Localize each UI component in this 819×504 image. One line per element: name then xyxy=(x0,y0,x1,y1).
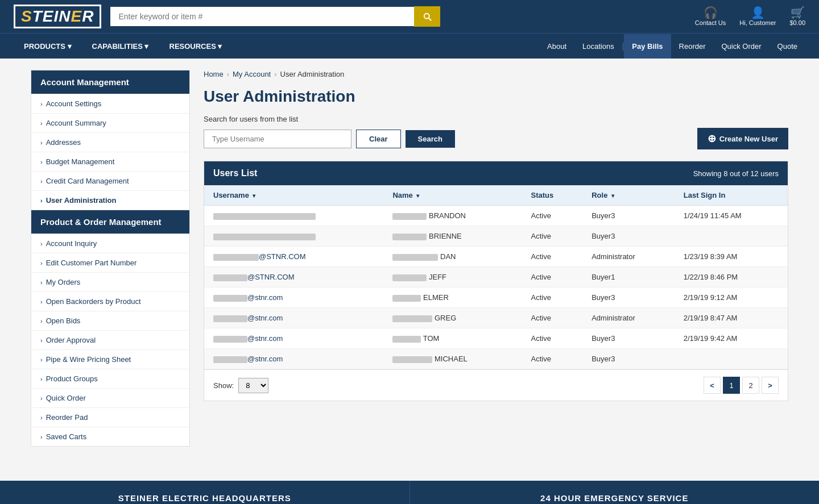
name-cell: ████ BRANDON xyxy=(383,206,522,226)
nav-capabilities[interactable]: CAPABILITIES ▾ xyxy=(82,34,159,59)
sidebar-item-product-groups[interactable]: › Product Groups xyxy=(31,369,189,388)
search-button[interactable]: Search xyxy=(406,130,455,148)
name-cell: ████ GREG xyxy=(383,308,522,328)
logo[interactable]: SteineR xyxy=(14,5,101,28)
username-cell[interactable]: ████████████@STNR.COM xyxy=(204,247,383,267)
role-cell: Buyer3 xyxy=(582,349,675,369)
footer-left-text: STEINER ELECTRIC HEADQUARTERS xyxy=(118,493,291,503)
pagination-page-1[interactable]: 1 xyxy=(723,377,740,394)
search-submit-button[interactable] xyxy=(414,6,440,27)
create-new-user-button[interactable]: ⊕ Create New User xyxy=(697,128,788,149)
breadcrumb-home[interactable]: Home xyxy=(204,70,224,78)
main-content: Home › My Account › User Administration … xyxy=(204,70,788,447)
sidebar-item-order-approval[interactable]: › Order Approval xyxy=(31,330,189,349)
sidebar-item-saved-carts[interactable]: › Saved Carts xyxy=(31,427,189,446)
nav-reorder[interactable]: Reorder xyxy=(671,34,714,59)
col-username[interactable]: Username ▾ xyxy=(204,185,383,206)
sidebar-item-budget-management[interactable]: › Budget Management xyxy=(31,152,189,171)
nav-pay-bills[interactable]: Pay Bills xyxy=(624,34,671,59)
sidebar-item-open-backorders[interactable]: › Open Backorders by Product xyxy=(31,291,189,311)
sidebar: Account Management › Account Settings › … xyxy=(31,70,190,447)
nav-products[interactable]: PRODUCTS ▾ xyxy=(14,34,82,59)
sidebar-item-addresses[interactable]: › Addresses xyxy=(31,132,189,152)
nav-locations[interactable]: Locations xyxy=(574,34,622,59)
username-cell[interactable]: ████████████@stnr.com xyxy=(204,328,383,349)
sidebar-item-open-bids[interactable]: › Open Bids xyxy=(31,311,189,330)
sidebar-item-label: My Orders xyxy=(46,278,81,286)
sidebar-header-product: Product & Order Management xyxy=(31,210,189,234)
cart-button[interactable]: 🛒 $0.00 xyxy=(789,7,805,26)
username-email[interactable]: @stnr.com xyxy=(247,355,283,363)
chevron-icon: › xyxy=(40,178,43,185)
breadcrumb-sep-2: › xyxy=(274,70,276,78)
role-cell: Buyer3 xyxy=(582,288,675,308)
role-cell: Buyer3 xyxy=(582,226,675,247)
sidebar-item-label: Saved Carts xyxy=(46,432,87,441)
sidebar-item-account-inquiry[interactable]: › Account Inquiry xyxy=(31,234,189,253)
users-table-header: Users List Showing 8 out of 12 users xyxy=(204,161,788,185)
breadcrumb-my-account[interactable]: My Account xyxy=(233,70,271,78)
clear-button[interactable]: Clear xyxy=(356,130,401,148)
sidebar-item-user-admin[interactable]: › User Administration xyxy=(31,190,189,210)
role-cell: Buyer3 xyxy=(582,328,675,349)
sidebar-item-label: User Administration xyxy=(46,196,117,205)
status-cell: Active xyxy=(522,288,582,308)
top-header: SteineR 🎧 Contact Us 👤 Hi, Customer 🛒 $0… xyxy=(0,0,819,33)
user-icon: 👤 xyxy=(751,7,765,18)
sidebar-item-quick-order[interactable]: › Quick Order xyxy=(31,388,189,407)
chevron-icon: › xyxy=(40,159,43,165)
role-cell: Buyer3 xyxy=(582,206,675,226)
username-cell[interactable]: ████████████@stnr.com xyxy=(204,288,383,308)
username-cell[interactable]: ████████████ xyxy=(204,206,383,226)
nav-about[interactable]: About xyxy=(539,34,574,59)
sidebar-item-label: Edit Customer Part Number xyxy=(46,259,137,267)
pagination-page-2[interactable]: 2 xyxy=(742,377,759,394)
sidebar-item-label: Addresses xyxy=(46,138,81,147)
nav-right: About Locations | Pay Bills Reorder Quic… xyxy=(539,34,805,59)
username-cell[interactable]: ████████████@STNR.COM xyxy=(204,267,383,288)
sidebar-item-account-settings[interactable]: › Account Settings xyxy=(31,94,189,113)
sidebar-item-pipe-wire[interactable]: › Pipe & Wire Pricing Sheet xyxy=(31,349,189,369)
sidebar-item-account-summary[interactable]: › Account Summary xyxy=(31,113,189,132)
sidebar-item-credit-card[interactable]: › Credit Card Management xyxy=(31,171,189,190)
sidebar-item-my-orders[interactable]: › My Orders xyxy=(31,272,189,291)
username-email[interactable]: @stnr.com xyxy=(247,293,283,302)
sidebar-item-label: Credit Card Management xyxy=(46,177,129,185)
pagination-next[interactable]: > xyxy=(762,377,779,394)
sidebar-item-edit-part-number[interactable]: › Edit Customer Part Number xyxy=(31,253,189,272)
username-email[interactable]: @STNR.COM xyxy=(259,252,306,261)
col-name[interactable]: Name ▾ xyxy=(383,185,522,206)
username-cell[interactable]: ████████████ xyxy=(204,226,383,247)
last-sign-in-cell: 1/22/19 8:46 PM xyxy=(675,267,788,288)
col-last-sign-in: Last Sign In xyxy=(675,185,788,206)
username-email[interactable]: @STNR.COM xyxy=(247,273,295,281)
username-cell[interactable]: ████████████@stnr.com xyxy=(204,349,383,369)
cart-icon: 🛒 xyxy=(791,7,805,18)
account-button[interactable]: 👤 Hi, Customer xyxy=(739,7,776,26)
sidebar-item-label: Budget Management xyxy=(46,157,115,166)
nav-quick-order[interactable]: Quick Order xyxy=(714,34,770,59)
last-sign-in-cell xyxy=(675,226,788,247)
name-blur: ████ xyxy=(392,336,421,343)
chevron-icon: › xyxy=(40,434,43,440)
search-area: Search for users from the list Clear Sea… xyxy=(204,115,788,149)
search-icon xyxy=(422,11,432,22)
username-email[interactable]: @stnr.com xyxy=(247,334,283,343)
pagination-prev[interactable]: < xyxy=(704,377,721,394)
sidebar-item-label: Reorder Pad xyxy=(46,413,88,422)
nav-resources[interactable]: RESOURCES ▾ xyxy=(159,34,233,59)
nav-quote[interactable]: Quote xyxy=(770,34,805,59)
status-cell: Active xyxy=(522,267,582,288)
username-email[interactable]: @stnr.com xyxy=(247,314,283,322)
role-cell: Buyer1 xyxy=(582,267,675,288)
name-cell: ████ MICHAEL xyxy=(383,349,522,369)
sidebar-item-label: Open Backorders by Product xyxy=(46,297,141,306)
name-blur: ████ xyxy=(392,234,427,240)
show-select[interactable]: 8 16 24 xyxy=(238,378,268,393)
username-cell[interactable]: ████████████@stnr.com xyxy=(204,308,383,328)
contact-us-button[interactable]: 🎧 Contact Us xyxy=(695,7,726,26)
username-input[interactable] xyxy=(204,130,351,148)
col-role[interactable]: Role ▾ xyxy=(582,185,675,206)
sidebar-item-reorder-pad[interactable]: › Reorder Pad xyxy=(31,407,189,427)
search-input[interactable] xyxy=(110,7,414,26)
